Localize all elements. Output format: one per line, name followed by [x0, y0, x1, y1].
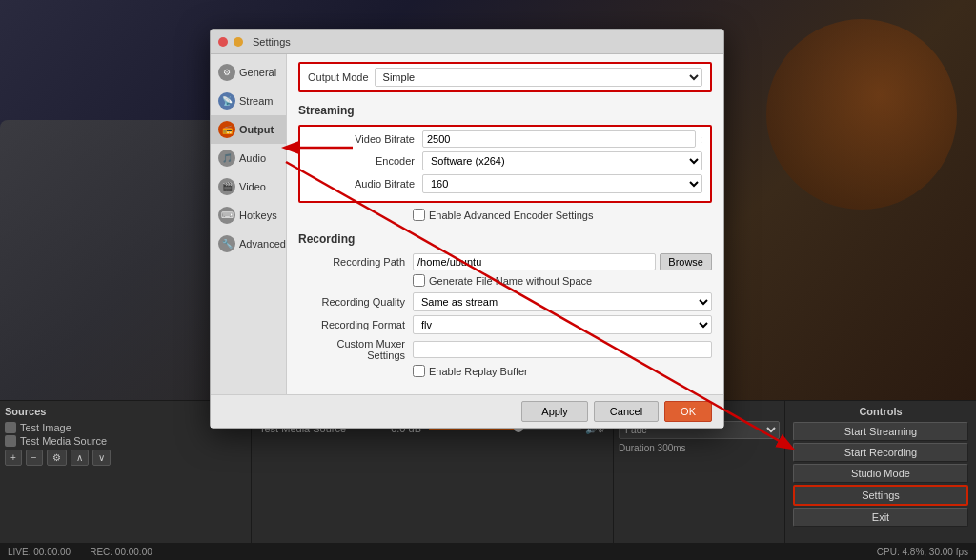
sources-toolbar: + − ⚙ ∧ ∨ [5, 450, 246, 466]
nav-item-stream[interactable]: 📡 Stream [211, 87, 286, 115]
move-source-up-button[interactable]: ∧ [71, 450, 89, 466]
output-mode-label: Output Mode [308, 71, 369, 83]
recording-format-value-container: flv mp4 mkv [413, 315, 712, 334]
dialog-footer: Apply Cancel OK [211, 394, 723, 428]
rec-status: REC: 00:00:00 [90, 547, 152, 557]
nav-video-label: Video [239, 181, 266, 192]
controls-panel: Controls Start Streaming Start Recording… [785, 401, 976, 560]
nav-item-output[interactable]: 📻 Output [211, 115, 286, 144]
nav-item-video[interactable]: 🎬 Video [211, 172, 286, 201]
nav-general-label: General [239, 67, 276, 78]
output-mode-select[interactable]: Simple Advanced [375, 68, 702, 87]
nav-item-advanced[interactable]: 🔧 Advanced [211, 230, 286, 258]
settings-dialog: Settings ⚙ General 📡 Stream 📻 Output 🎵 A… [210, 29, 724, 429]
eye-icon [5, 422, 16, 433]
exit-button[interactable]: Exit [793, 508, 968, 527]
audio-bitrate-value-container: 160 128 320 [422, 174, 702, 193]
advanced-encoder-checkbox[interactable] [413, 209, 425, 221]
output-mode-row: Output Mode Simple Advanced [298, 62, 712, 92]
nav-output-label: Output [239, 124, 274, 135]
encoder-label: Encoder [308, 155, 422, 167]
status-bar: LIVE: 00:00:00 REC: 00:00:00 CPU: 4.8%, … [0, 543, 976, 560]
source-label: Test Media Source [20, 435, 107, 447]
recording-quality-select[interactable]: Same as stream High Quality, Medium File… [413, 292, 712, 311]
encoder-value-container: Software (x264) Hardware (NVENC) [422, 151, 702, 170]
streaming-fields: Video Bitrate : Encoder Software (x264) … [298, 125, 712, 203]
dialog-body: ⚙ General 📡 Stream 📻 Output 🎵 Audio 🎬 Vi… [211, 54, 723, 394]
audio-bitrate-label: Audio Bitrate [308, 178, 422, 190]
ok-button[interactable]: OK [664, 401, 712, 422]
nav-audio-label: Audio [239, 152, 266, 164]
advanced-icon: 🔧 [218, 235, 235, 252]
duration-row: Duration 300ms [619, 443, 780, 453]
live-status: LIVE: 00:00:00 [8, 547, 71, 557]
settings-nav: ⚙ General 📡 Stream 📻 Output 🎵 Audio 🎬 Vi… [211, 54, 287, 394]
recording-path-input[interactable] [413, 253, 656, 270]
recording-format-select[interactable]: flv mp4 mkv [413, 315, 712, 334]
dialog-titlebar: Settings [211, 30, 723, 54]
apply-button[interactable]: Apply [521, 401, 588, 422]
nav-item-general[interactable]: ⚙ General [211, 58, 286, 87]
advanced-encoder-row: Enable Advanced Encoder Settings [413, 209, 712, 221]
settings-button[interactable]: Settings [793, 485, 968, 506]
streaming-section: Streaming Video Bitrate : Encoder S [298, 104, 712, 221]
streaming-section-title: Streaming [298, 104, 712, 119]
start-recording-button[interactable]: Start Recording [793, 443, 968, 462]
advanced-encoder-label: Enable Advanced Encoder Settings [429, 210, 593, 221]
video-bitrate-input[interactable] [422, 130, 696, 148]
encoder-select[interactable]: Software (x264) Hardware (NVENC) [422, 151, 702, 170]
audio-icon: 🎵 [218, 150, 235, 167]
nav-hotkeys-label: Hotkeys [239, 210, 277, 221]
controls-title: Controls [793, 406, 968, 417]
recording-quality-value-container: Same as stream High Quality, Medium File… [413, 292, 712, 311]
close-dot[interactable] [218, 37, 228, 47]
source-settings-button[interactable]: ⚙ [47, 450, 67, 466]
nav-item-audio[interactable]: 🎵 Audio [211, 144, 286, 172]
cancel-button[interactable]: Cancel [594, 401, 659, 422]
video-bitrate-value-container: : [422, 130, 702, 148]
generate-filename-row: Generate File Name without Space [413, 274, 712, 287]
audio-bitrate-row: Audio Bitrate 160 128 320 [308, 174, 702, 193]
recording-path-row: Recording Path Browse [298, 253, 712, 270]
output-icon: 📻 [218, 121, 235, 138]
recording-section-title: Recording [298, 232, 712, 248]
move-source-down-button[interactable]: ∨ [92, 450, 111, 466]
start-streaming-button[interactable]: Start Streaming [793, 422, 968, 441]
custom-muxer-row: Custom Muxer Settings [298, 338, 712, 361]
video-bitrate-row: Video Bitrate : [308, 130, 702, 148]
duration-label: Duration [619, 443, 655, 453]
video-icon: 🎬 [218, 178, 235, 195]
eye-icon [5, 435, 16, 447]
nav-item-hotkeys[interactable]: ⌨ Hotkeys [211, 201, 286, 230]
recording-quality-label: Recording Quality [298, 296, 413, 308]
nav-stream-label: Stream [239, 95, 273, 107]
recording-quality-row: Recording Quality Same as stream High Qu… [298, 292, 712, 311]
browse-button[interactable]: Browse [660, 253, 712, 270]
generate-filename-label: Generate File Name without Space [429, 275, 592, 287]
recording-format-label: Recording Format [298, 319, 413, 330]
encoder-row: Encoder Software (x264) Hardware (NVENC) [308, 151, 702, 170]
remove-source-button[interactable]: − [26, 450, 43, 466]
dialog-title: Settings [253, 36, 291, 48]
video-bitrate-label: Video Bitrate [308, 133, 422, 145]
replay-buffer-checkbox[interactable] [413, 365, 425, 377]
add-source-button[interactable]: + [5, 450, 22, 466]
recording-path-value-container: Browse [413, 253, 712, 270]
studio-mode-button[interactable]: Studio Mode [793, 464, 968, 483]
minimize-dot[interactable] [234, 37, 243, 47]
custom-muxer-input[interactable] [413, 341, 712, 358]
list-item: Test Media Source [5, 434, 246, 448]
audio-bitrate-select[interactable]: 160 128 320 [422, 174, 702, 193]
source-label: Test Image [20, 422, 71, 433]
settings-content: Output Mode Simple Advanced Streaming Vi… [287, 54, 723, 394]
generate-filename-checkbox[interactable] [413, 274, 425, 287]
replay-buffer-label: Enable Replay Buffer [429, 366, 528, 377]
coffee-decoration [766, 19, 957, 210]
recording-path-label: Recording Path [298, 256, 413, 268]
recording-section: Recording Recording Path Browse Generate… [298, 232, 712, 377]
nav-advanced-label: Advanced [239, 238, 286, 250]
hotkeys-icon: ⌨ [218, 207, 235, 224]
replay-buffer-row: Enable Replay Buffer [413, 365, 712, 377]
recording-format-row: Recording Format flv mp4 mkv [298, 315, 712, 334]
cpu-status: CPU: 4.8%, 30.00 fps [877, 547, 968, 557]
